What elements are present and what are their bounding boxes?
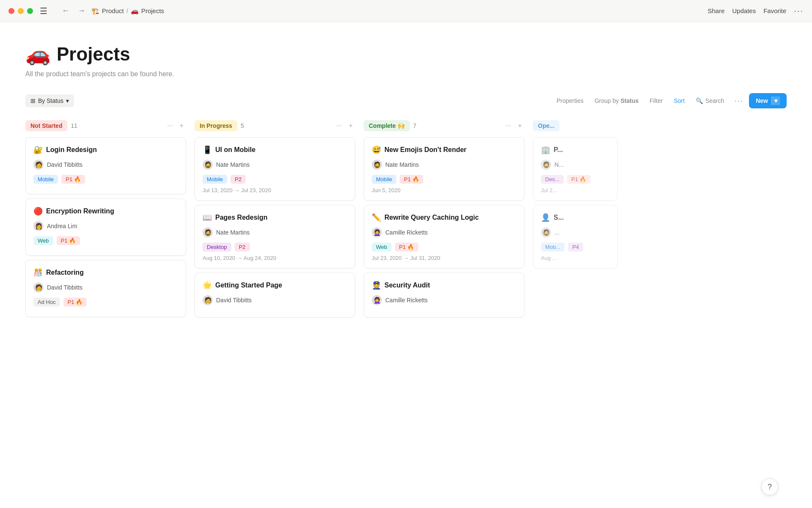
status-badge-not-started: Not Started — [25, 120, 67, 131]
card-tags-open-0: Des...P1 🔥 — [541, 175, 609, 184]
card-title-text: UI on Mobile — [215, 146, 255, 154]
tag-p2[interactable]: P2 — [230, 175, 246, 184]
column-actions-complete: ···+ — [503, 121, 524, 130]
card-title-open-0: 🏢P... — [541, 145, 609, 155]
updates-button[interactable]: Updates — [732, 7, 756, 14]
by-status-button[interactable]: ⊞ By Status ▾ — [25, 94, 74, 107]
card-in-progress-1[interactable]: 📖Pages Redesign🧔Nate MartinsDesktopP2Aug… — [195, 205, 355, 268]
avatar: 🧑 — [33, 160, 44, 170]
new-dropdown-arrow[interactable]: ▾ — [771, 97, 780, 105]
tag-web[interactable]: Web — [372, 243, 392, 251]
minimize-window-btn[interactable] — [18, 8, 24, 14]
tag-mobile[interactable]: Mobile — [372, 175, 396, 184]
card-tags-complete-0: MobileP1 🔥 — [372, 175, 516, 184]
toolbar-more-button[interactable]: ··· — [731, 95, 746, 107]
tag-p1-🔥[interactable]: P1 🔥 — [61, 175, 85, 184]
assignee-name: David Tibbitts — [47, 284, 82, 291]
maximize-window-btn[interactable] — [27, 8, 33, 14]
card-title-complete-2: 👮Security Audit — [372, 281, 516, 290]
card-emoji: 👮 — [372, 281, 381, 290]
board-column-complete: Complete 🙌7···+😅New Emojis Don't Render🧔… — [364, 120, 524, 322]
avatar: 👩‍🦱 — [372, 227, 382, 237]
board-column-in-progress: In Progress5···+📱UI on Mobile🧔Nate Marti… — [195, 120, 355, 322]
card-emoji: 🏢 — [541, 145, 550, 155]
card-open-0[interactable]: 🏢P...🧔N...Des...P1 🔥Jul 2... — [533, 137, 617, 201]
tag-ad-hoc[interactable]: Ad Hoc — [33, 298, 60, 306]
card-assignee-open-1: 🧔... — [541, 227, 609, 237]
tag-p1-🔥[interactable]: P1 🔥 — [400, 175, 423, 184]
card-tags-in-progress-1: DesktopP2 — [203, 243, 347, 251]
card-complete-2[interactable]: 👮Security Audit👩‍🦱Camille Ricketts — [364, 273, 524, 318]
card-emoji: 🌟 — [203, 281, 212, 290]
column-count-in-progress: 5 — [241, 122, 244, 129]
search-label: Search — [705, 97, 724, 104]
card-assignee-complete-0: 🧔Nate Martins — [372, 160, 516, 170]
new-button[interactable]: New ▾ — [749, 93, 787, 108]
assignee-name: Camille Ricketts — [385, 297, 428, 304]
tag-web[interactable]: Web — [33, 236, 53, 245]
column-more-btn-not-started[interactable]: ··· — [165, 121, 175, 130]
nav-back-btn[interactable]: ← — [59, 6, 72, 16]
card-emoji: 👤 — [541, 213, 550, 222]
tag-p1-🔥[interactable]: P1 🔥 — [63, 298, 87, 306]
card-tags-in-progress-0: MobileP2 — [203, 175, 347, 184]
tag-des...[interactable]: Des... — [541, 175, 564, 184]
assignee-name: Camille Ricketts — [385, 229, 428, 236]
card-complete-1[interactable]: ✏️Rewrite Query Caching Logic👩‍🦱Camille … — [364, 205, 524, 268]
breadcrumb-projects[interactable]: 🚗 Projects — [131, 7, 164, 15]
card-emoji: 🔴 — [33, 207, 43, 216]
sidebar-toggle-btn[interactable]: ☰ — [40, 6, 47, 16]
card-tags-not-started-2: Ad HocP1 🔥 — [33, 298, 178, 306]
column-more-btn-complete[interactable]: ··· — [503, 121, 513, 130]
sort-button[interactable]: Sort — [669, 94, 689, 107]
tag-p2[interactable]: P2 — [235, 243, 250, 251]
card-open-1[interactable]: 👤S...🧔...Mob...P4Aug ... — [533, 205, 617, 268]
card-in-progress-0[interactable]: 📱UI on Mobile🧔Nate MartinsMobileP2Jul 13… — [195, 137, 355, 201]
card-complete-0[interactable]: 😅New Emojis Don't Render🧔Nate MartinsMob… — [364, 137, 524, 201]
status-badge-in-progress: In Progress — [195, 120, 237, 131]
card-date-in-progress-1: Aug 10, 2020 → Aug 24, 2020 — [203, 255, 347, 261]
card-in-progress-2[interactable]: 🌟Getting Started Page🧑David Tibbitts — [195, 273, 355, 318]
column-more-btn-in-progress[interactable]: ··· — [334, 121, 344, 130]
titlebar-actions: Share Updates Favorite ··· — [708, 6, 804, 16]
breadcrumb-product[interactable]: 🏗️ Product — [91, 7, 124, 15]
tag-mobile[interactable]: Mobile — [33, 175, 58, 184]
column-add-btn-not-started[interactable]: + — [177, 121, 186, 130]
page-subtitle: All the product team's projects can be f… — [25, 70, 787, 78]
assignee-name: Andrea Lim — [47, 223, 77, 229]
breadcrumb-projects-label: Projects — [141, 7, 164, 14]
card-title-text: Rewrite Query Caching Logic — [384, 214, 479, 221]
properties-button[interactable]: Properties — [552, 94, 588, 107]
titlebar-more-button[interactable]: ··· — [794, 6, 804, 16]
share-button[interactable]: Share — [708, 7, 724, 14]
column-add-btn-in-progress[interactable]: + — [346, 121, 355, 130]
favorite-button[interactable]: Favorite — [763, 7, 786, 14]
avatar: 🧔 — [541, 160, 551, 170]
card-tags-not-started-1: WebP1 🔥 — [33, 236, 178, 245]
search-button[interactable]: 🔍 Search — [691, 94, 728, 107]
assignee-name: Nate Martins — [385, 161, 419, 168]
tag-p1-🔥[interactable]: P1 🔥 — [567, 175, 591, 184]
tag-p1-🔥[interactable]: P1 🔥 — [57, 236, 80, 245]
card-title-text: S... — [554, 214, 564, 221]
card-not-started-1[interactable]: 🔴Encryption Rewriting👩Andrea LimWebP1 🔥 — [25, 199, 186, 256]
tag-mob...[interactable]: Mob... — [541, 243, 565, 251]
projects-icon: 🚗 — [131, 7, 139, 15]
tag-p1-🔥[interactable]: P1 🔥 — [395, 243, 419, 251]
close-window-btn[interactable] — [8, 8, 14, 14]
nav-forward-btn[interactable]: → — [75, 6, 88, 16]
card-title-text: New Emojis Don't Render — [384, 146, 466, 154]
tag-p4[interactable]: P4 — [568, 243, 583, 251]
card-not-started-0[interactable]: 🔐Login Redesign🧑David TibbittsMobileP1 🔥 — [25, 137, 186, 194]
card-not-started-2[interactable]: 🎊Refactoring🧑David TibbittsAd HocP1 🔥 — [25, 260, 186, 317]
tag-mobile[interactable]: Mobile — [203, 175, 227, 184]
card-assignee-not-started-0: 🧑David Tibbitts — [33, 160, 178, 170]
column-add-btn-complete[interactable]: + — [516, 121, 524, 130]
page-title: Projects — [57, 44, 130, 65]
tag-desktop[interactable]: Desktop — [203, 243, 231, 251]
column-actions-not-started: ···+ — [165, 121, 186, 130]
card-title-not-started-2: 🎊Refactoring — [33, 268, 178, 277]
filter-button[interactable]: Filter — [645, 94, 667, 107]
chevron-down-icon: ▾ — [66, 97, 69, 104]
group-by-button[interactable]: Group by Status — [590, 94, 643, 107]
